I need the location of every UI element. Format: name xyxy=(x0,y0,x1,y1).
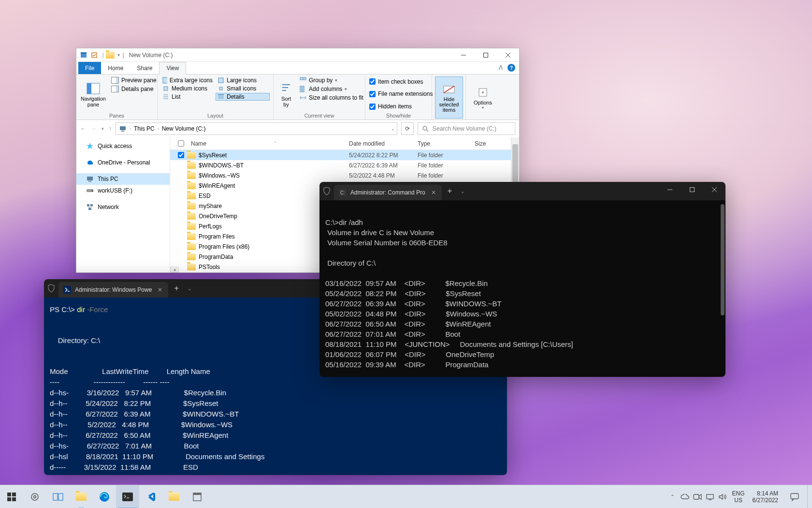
cmd-titlebar[interactable]: C: Administrator: Command Pro ✕ + ⌄ xyxy=(319,182,725,200)
qat-dropdown-icon[interactable]: ▾ xyxy=(117,52,120,58)
refresh-button[interactable]: ⟳ xyxy=(401,122,414,135)
file-extensions-toggle[interactable]: File name extensions xyxy=(368,90,429,98)
file-row[interactable]: $SysReset5/24/2022 8:22 PMFile folder xyxy=(170,150,519,160)
new-tab-button[interactable]: + xyxy=(442,187,458,195)
file-row[interactable]: $WINDOWS.~BT6/27/2022 6:39 AMFile folder xyxy=(170,160,519,170)
size-all-columns-button[interactable]: Size all columns to fit xyxy=(298,94,365,102)
sidebar-item-workusb-f-[interactable]: workUSB (F:) xyxy=(76,185,170,196)
breadcrumb-drive[interactable]: New Volume (C:) xyxy=(162,125,206,132)
sidebar-item-this-pc[interactable]: This PC xyxy=(76,173,170,185)
navigation-pane-button[interactable]: Navigation pane xyxy=(79,76,107,112)
layout-lg-button[interactable]: Large icons xyxy=(216,76,270,84)
ribbon-collapse-icon[interactable]: ᐱ xyxy=(499,64,503,71)
vscode-taskbar[interactable] xyxy=(139,485,162,508)
scroll-left-button[interactable]: ◂ xyxy=(170,267,179,272)
address-dropdown-icon[interactable]: ⌄ xyxy=(391,126,395,131)
minimize-button[interactable] xyxy=(659,182,681,197)
minimize-button[interactable] xyxy=(452,48,475,62)
recent-dropdown[interactable]: ▾ xyxy=(102,126,104,131)
tab-dropdown[interactable]: ⌄ xyxy=(185,286,194,291)
col-date[interactable]: Date modified xyxy=(345,140,414,147)
cmd-scroll-thumb[interactable] xyxy=(721,204,725,315)
new-tab-button[interactable]: + xyxy=(168,284,184,293)
col-date-label: Date modified xyxy=(349,140,385,147)
help-icon[interactable]: ? xyxy=(508,64,515,72)
cmd-body[interactable]: C:\>dir /adh Volume in drive C is New Vo… xyxy=(319,200,725,377)
sidebar-item-quick-access[interactable]: Quick access xyxy=(76,140,170,152)
options-button[interactable]: Options ▾ xyxy=(469,76,497,119)
up-button[interactable]: ↑ xyxy=(109,125,112,132)
layout-md-button[interactable]: Medium icons xyxy=(160,85,215,92)
details-pane-button[interactable]: Details pane xyxy=(109,85,159,93)
layout-xl-button[interactable]: Extra large icons xyxy=(160,76,215,84)
col-type[interactable]: Type xyxy=(414,140,471,147)
sidebar-item-network[interactable]: Network xyxy=(76,201,170,213)
sidebar-item-onedrive-personal[interactable]: OneDrive - Personal xyxy=(76,157,170,168)
tab-home[interactable]: Home xyxy=(101,62,130,74)
tab-share[interactable]: Share xyxy=(130,62,159,74)
layout-details-button[interactable]: Details xyxy=(216,93,270,101)
edge-taskbar[interactable] xyxy=(93,485,116,508)
cmd-tab[interactable]: C: Administrator: Command Pro ✕ xyxy=(334,185,442,200)
terminal-taskbar[interactable] xyxy=(116,485,139,508)
explorer-titlebar[interactable]: | ▾ | New Volume (C:) xyxy=(76,48,519,62)
cmd-window: C: Administrator: Command Pro ✕ + ⌄ C:\>… xyxy=(319,182,725,377)
file-row[interactable]: $Windows.~WS5/2/2022 4:48 PMFile folder xyxy=(170,170,519,180)
settings-taskbar-icon[interactable] xyxy=(23,485,46,508)
back-button[interactable]: ← xyxy=(80,125,86,132)
volume-tray-icon[interactable] xyxy=(717,485,728,508)
show-desktop-button[interactable] xyxy=(807,485,810,508)
ps-tab[interactable]: Administrator: Windows Powe ✕ xyxy=(58,282,168,298)
item-checkboxes-label: Item check boxes xyxy=(378,78,423,85)
forward-button[interactable]: → xyxy=(91,125,97,132)
maximize-button[interactable] xyxy=(475,48,497,62)
explorer-qat-icon-1[interactable] xyxy=(79,51,88,60)
search-box[interactable]: Search New Volume (C:) xyxy=(418,122,515,135)
close-button[interactable] xyxy=(497,48,519,62)
svg-rect-50 xyxy=(7,493,11,496)
explorer-qat-icon-2[interactable] xyxy=(90,51,99,60)
pc-icon xyxy=(119,125,127,133)
ribbon-tabs: File Home Share View ᐱ ? xyxy=(76,62,519,75)
breadcrumb-sep-2[interactable]: › xyxy=(158,126,159,131)
cmd-tab-close[interactable]: ✕ xyxy=(429,188,438,197)
col-name[interactable]: Name⌃ xyxy=(174,140,345,147)
add-columns-button[interactable]: Add columns▾ xyxy=(298,85,365,93)
item-checkboxes-toggle[interactable]: Item check boxes xyxy=(368,78,429,86)
group-by-button[interactable]: Group by▾ xyxy=(298,76,365,84)
cmd-output: C:\>dir /adh Volume in drive C is New Vo… xyxy=(325,207,720,370)
task-view-button[interactable] xyxy=(46,485,70,508)
hide-selected-button[interactable]: Hide selected items xyxy=(435,76,463,119)
svg-rect-10 xyxy=(116,77,118,83)
meet-now-icon[interactable] xyxy=(692,485,703,508)
svg-rect-52 xyxy=(7,497,11,501)
network-tray-icon[interactable] xyxy=(704,485,716,508)
tab-dropdown[interactable]: ⌄ xyxy=(458,189,467,194)
explorer-folder-taskbar[interactable] xyxy=(162,485,186,508)
row-checkbox[interactable] xyxy=(178,152,184,158)
action-center-button[interactable] xyxy=(783,485,806,508)
language-indicator[interactable]: ENGUS xyxy=(729,490,748,504)
select-all-checkbox[interactable] xyxy=(178,140,184,147)
app-taskbar[interactable] xyxy=(186,485,209,508)
cmd-scrollbar[interactable] xyxy=(721,204,725,377)
tab-view[interactable]: View xyxy=(159,62,186,75)
tray-overflow[interactable]: ⌃ xyxy=(667,485,678,508)
layout-sm-button[interactable]: Small icons xyxy=(216,85,270,92)
close-button[interactable] xyxy=(703,182,725,197)
sort-by-button[interactable]: Sort by xyxy=(276,76,296,112)
maximize-button[interactable] xyxy=(681,182,703,197)
start-button[interactable] xyxy=(0,485,23,508)
breadcrumb-sep[interactable]: › xyxy=(130,126,131,131)
hidden-items-toggle[interactable]: Hidden items xyxy=(368,103,429,110)
ps-tab-close[interactable]: ✕ xyxy=(156,285,164,294)
tab-file[interactable]: File xyxy=(78,62,101,74)
clock[interactable]: 8:14 AM6/27/2022 xyxy=(749,490,782,504)
preview-pane-button[interactable]: Preview pane xyxy=(109,76,159,84)
col-size[interactable]: Size xyxy=(471,140,509,147)
address-bar[interactable]: › This PC › New Volume (C:) ⌄ xyxy=(116,122,397,135)
file-explorer-taskbar[interactable] xyxy=(70,485,93,508)
onedrive-tray-icon[interactable] xyxy=(679,485,691,508)
layout-list-button[interactable]: List xyxy=(160,93,215,101)
breadcrumb-thispc[interactable]: This PC xyxy=(134,125,155,132)
